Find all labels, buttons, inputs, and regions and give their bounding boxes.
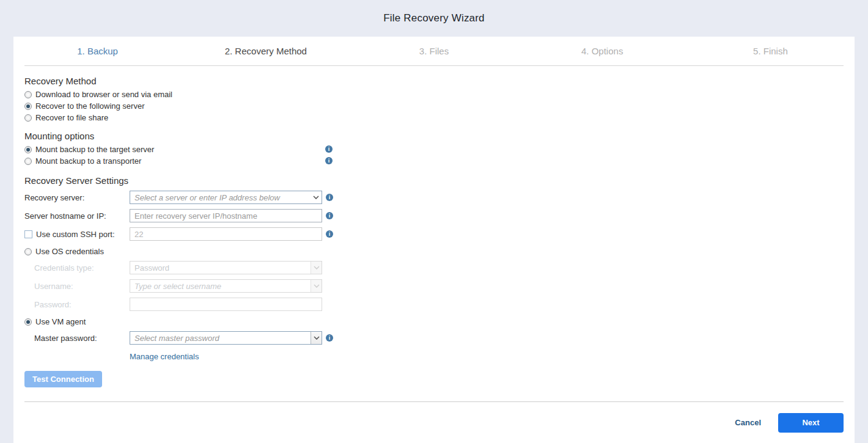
chevron-down-icon [311, 191, 322, 203]
step-options: 4. Options [518, 46, 686, 56]
info-icon[interactable]: i [326, 334, 333, 342]
radio-icon[interactable] [24, 91, 32, 98]
recovery-server-select[interactable]: Select a server or enter IP address belo… [130, 191, 322, 204]
radio-label[interactable]: Use VM agent [35, 317, 86, 326]
radio-vm-agent[interactable]: Use VM agent [24, 316, 844, 328]
hostname-row: Server hostname or IP: i [24, 209, 844, 222]
chevron-down-icon [311, 280, 322, 292]
select-value: Password [134, 263, 311, 273]
page-title: File Recovery Wizard [383, 12, 485, 24]
radio-icon[interactable] [24, 248, 32, 255]
radio-os-credentials[interactable]: Use OS credentials [24, 246, 844, 257]
chevron-down-icon [311, 262, 322, 274]
radio-label[interactable]: Mount backup to the target server [35, 145, 154, 154]
info-icon[interactable]: i [325, 157, 333, 164]
next-button[interactable]: Next [778, 413, 844, 433]
credentials-type-select: Password [130, 261, 322, 274]
username-select: Type or select username [130, 279, 322, 293]
radio-recover-to-file-share[interactable]: Recover to file share [24, 112, 844, 123]
ssh-port-input [130, 227, 322, 241]
recovery-server-label: Recovery server: [24, 193, 130, 202]
step-files: 3. Files [350, 46, 518, 56]
credentials-type-label: Credentials type: [24, 263, 130, 273]
radio-icon[interactable] [24, 318, 32, 326]
step-backup[interactable]: 1. Backup [13, 46, 182, 56]
radio-recover-to-server[interactable]: Recover to the following server [24, 100, 844, 112]
info-icon[interactable]: i [325, 145, 333, 153]
radio-download-browser[interactable]: Download to browser or send via email [24, 89, 844, 100]
radio-label[interactable]: Download to browser or send via email [35, 90, 172, 99]
radio-label[interactable]: Use OS credentials [35, 247, 104, 256]
radio-icon[interactable] [24, 146, 32, 153]
username-label: Username: [24, 282, 130, 291]
recovery-server-row: Recovery server: Select a server or ente… [24, 191, 844, 204]
radio-icon[interactable] [24, 158, 32, 165]
radio-label[interactable]: Recover to file share [35, 113, 108, 122]
ssh-port-row: Use custom SSH port: i [24, 227, 844, 241]
master-password-label: Master password: [24, 334, 130, 343]
credentials-type-row: Credentials type: Password [24, 261, 844, 274]
hostname-label: Server hostname or IP: [24, 211, 130, 221]
ssh-port-label-wrap: Use custom SSH port: [24, 230, 130, 239]
server-settings-heading: Recovery Server Settings [24, 175, 844, 186]
info-icon[interactable]: i [326, 230, 333, 238]
wizard-card: 1. Backup 2. Recovery Method 3. Files 4.… [13, 37, 855, 443]
master-password-row: Master password: Select master password … [24, 331, 844, 345]
chevron-down-icon [311, 332, 322, 344]
radio-label[interactable]: Mount backup to a transporter [35, 156, 141, 166]
info-icon[interactable]: i [326, 212, 333, 219]
select-placeholder: Select a server or enter IP address belo… [134, 193, 311, 202]
ssh-port-checkbox[interactable] [24, 230, 32, 238]
manage-credentials-row: Manage credentials [130, 352, 844, 361]
ssh-port-label[interactable]: Use custom SSH port: [36, 230, 115, 239]
password-input [130, 298, 322, 311]
username-row: Username: Type or select username [24, 279, 844, 293]
step-recovery-method: 2. Recovery Method [182, 46, 350, 56]
wizard-content: Recovery Method Download to browser or s… [13, 66, 855, 401]
test-connection-button[interactable]: Test Connection [24, 371, 102, 387]
recovery-method-heading: Recovery Method [24, 76, 844, 86]
step-finish: 5. Finish [686, 46, 855, 56]
radio-mount-transporter[interactable]: Mount backup to a transporter i [24, 155, 844, 167]
password-row: Password: [24, 298, 844, 311]
select-placeholder: Select master password [134, 334, 311, 343]
manage-credentials-link[interactable]: Manage credentials [130, 352, 199, 361]
info-icon[interactable]: i [326, 194, 333, 201]
hostname-input[interactable] [130, 209, 322, 222]
password-label: Password: [24, 300, 130, 309]
radio-label[interactable]: Recover to the following server [35, 101, 144, 111]
radio-icon[interactable] [24, 103, 32, 110]
cancel-button[interactable]: Cancel [735, 418, 761, 427]
radio-mount-target-server[interactable]: Mount backup to the target server i [24, 144, 844, 155]
wizard-header: File Recovery Wizard [0, 0, 868, 37]
radio-icon[interactable] [24, 114, 32, 122]
mounting-options-heading: Mounting options [24, 131, 844, 141]
wizard-steps: 1. Backup 2. Recovery Method 3. Files 4.… [13, 37, 855, 65]
wizard-footer: Cancel Next [13, 402, 855, 443]
select-placeholder: Type or select username [134, 282, 311, 291]
master-password-select[interactable]: Select master password [130, 331, 322, 345]
